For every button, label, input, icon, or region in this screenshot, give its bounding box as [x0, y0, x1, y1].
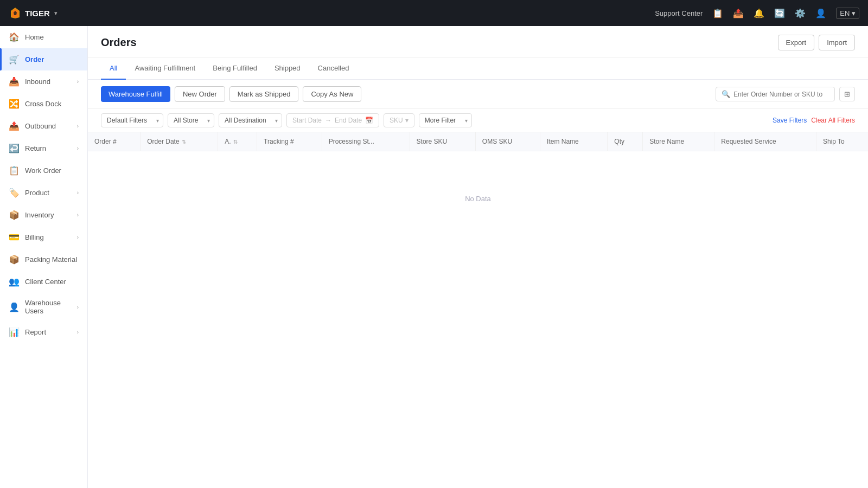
- export-button[interactable]: Export: [778, 35, 815, 50]
- tab-being-fulfilled[interactable]: Being Fulfilled: [204, 57, 266, 80]
- sidebar-item-inbound[interactable]: 📥Inbound›: [0, 70, 87, 93]
- client-center-icon: 👥: [9, 277, 20, 287]
- sidebar-item-home[interactable]: 🏠Home: [0, 26, 87, 48]
- sidebar-item-label-billing: Billing: [25, 233, 44, 241]
- import-button[interactable]: Import: [819, 35, 855, 50]
- date-range-filter[interactable]: Start Date → End Date 📅: [286, 113, 379, 127]
- sku-caret: ▾: [405, 117, 409, 124]
- all-store-wrap: All Store: [168, 113, 214, 127]
- sidebar-item-client-center[interactable]: 👥Client Center: [0, 271, 87, 293]
- th-ship-to: Ship To: [816, 132, 868, 151]
- table-wrap: Order #Order Date ⇅A. ⇅Tracking #Process…: [88, 132, 868, 488]
- sidebar-item-cross-dock[interactable]: 🔀Cross Dock: [0, 93, 87, 115]
- sidebar-item-label-order: Order: [25, 55, 44, 63]
- inbound-icon: 📥: [9, 76, 20, 87]
- actions-bar: Warehouse Fulfill New Order Mark as Ship…: [88, 80, 868, 109]
- sidebar-item-warehouse-users[interactable]: 👤Warehouse Users›: [0, 293, 87, 321]
- table-config-button[interactable]: ⊞: [839, 87, 855, 101]
- warehouse-users-icon: 👤: [9, 302, 20, 312]
- sidebar-item-inventory[interactable]: 📦Inventory›: [0, 204, 87, 226]
- sidebar-item-label-warehouse-users: Warehouse Users: [25, 299, 72, 315]
- search-icon: 🔍: [722, 90, 730, 98]
- app-caret[interactable]: ▾: [54, 10, 58, 17]
- sidebar-item-billing[interactable]: 💳Billing›: [0, 226, 87, 248]
- th-requested-service: Requested Service: [714, 132, 816, 151]
- sidebar-item-work-order[interactable]: 📋Work Order: [0, 159, 87, 182]
- search-input[interactable]: [733, 91, 829, 98]
- sidebar: 🏠Home🛒Order📥Inbound›🔀Cross Dock📤Outbound…: [0, 26, 88, 488]
- sidebar-item-label-packing-material: Packing Material: [25, 255, 77, 264]
- default-filters-select[interactable]: Default Filters: [101, 113, 163, 127]
- return-chevron-icon: ›: [77, 145, 79, 151]
- table-body: No Data: [88, 151, 868, 247]
- sidebar-item-label-inbound: Inbound: [25, 78, 50, 86]
- billing-icon: 💳: [9, 232, 20, 242]
- sidebar-item-label-outbound: Outbound: [25, 122, 56, 130]
- sidebar-item-outbound[interactable]: 📤Outbound›: [0, 115, 87, 137]
- billing-chevron-icon: ›: [77, 234, 79, 240]
- top-nav-right: Support Center 📋 📤 🔔 🔄 ⚙️ 👤 EN ▾: [655, 8, 859, 19]
- notification-icon[interactable]: 🔔: [754, 8, 764, 18]
- start-date-label: Start Date: [292, 117, 322, 124]
- support-center-link[interactable]: Support Center: [655, 9, 703, 17]
- sku-filter-wrap: SKU ▾: [384, 113, 414, 127]
- sidebar-item-report[interactable]: 📊Report›: [0, 321, 87, 343]
- th-tracking: Tracking #: [257, 132, 322, 151]
- tab-shipped[interactable]: Shipped: [266, 57, 309, 80]
- outbound-chevron-icon: ›: [77, 123, 79, 129]
- th-store-name: Store Name: [643, 132, 714, 151]
- sidebar-item-label-work-order: Work Order: [25, 166, 61, 175]
- more-filter-wrap: More Filter: [419, 113, 472, 127]
- cross-dock-icon: 🔀: [9, 99, 20, 109]
- warehouse-fulfill-button[interactable]: Warehouse Fulfill: [101, 86, 170, 102]
- user-icon[interactable]: 👤: [815, 8, 826, 18]
- return-icon: ↩️: [9, 143, 20, 153]
- th-order-num: Order #: [88, 132, 141, 151]
- settings-icon[interactable]: ⚙️: [795, 8, 806, 18]
- inventory-icon: 📦: [9, 210, 20, 220]
- sidebar-item-packing-material[interactable]: 📦Packing Material: [0, 248, 87, 271]
- inbound-chevron-icon: ›: [77, 79, 79, 85]
- sidebar-item-label-report: Report: [25, 328, 46, 336]
- sidebar-item-return[interactable]: ↩️Return›: [0, 137, 87, 159]
- th-order-date[interactable]: Order Date ⇅: [141, 132, 218, 151]
- language-selector[interactable]: EN ▾: [836, 8, 859, 19]
- mark-as-shipped-button[interactable]: Mark as Shipped: [229, 86, 299, 102]
- th-a[interactable]: A. ⇅: [218, 132, 257, 151]
- tab-cancelled[interactable]: Cancelled: [309, 57, 358, 80]
- home-icon: 🏠: [9, 32, 20, 42]
- product-icon: 🏷️: [9, 188, 20, 198]
- header-actions: Export Import: [778, 35, 855, 50]
- sku-label: SKU: [390, 117, 403, 124]
- sidebar-item-product[interactable]: 🏷️Product›: [0, 182, 87, 204]
- clear-all-filters-button[interactable]: Clear All Filters: [811, 117, 855, 124]
- search-input-wrap: 🔍: [716, 87, 835, 101]
- refresh-icon[interactable]: 🔄: [774, 8, 785, 18]
- tab-all[interactable]: All: [101, 57, 126, 80]
- sidebar-item-label-product: Product: [25, 189, 49, 197]
- work-order-icon: 📋: [9, 165, 20, 176]
- save-filters-button[interactable]: Save Filters: [773, 117, 807, 124]
- date-arrow: →: [325, 117, 331, 124]
- tiger-logo-icon: [9, 7, 22, 20]
- end-date-label: End Date: [335, 117, 362, 124]
- inventory-chevron-icon: ›: [77, 212, 79, 218]
- all-store-select[interactable]: All Store: [168, 113, 214, 127]
- top-nav-left: TIGER ▾: [9, 7, 58, 20]
- sidebar-item-label-home: Home: [25, 33, 44, 41]
- sidebar-item-order[interactable]: 🛒Order: [0, 48, 87, 70]
- copy-as-new-button[interactable]: Copy As New: [303, 86, 361, 102]
- tab-awaiting[interactable]: Awaiting Fulfillment: [126, 57, 204, 80]
- export-icon[interactable]: 📤: [733, 8, 744, 18]
- page-header: Orders Export Import: [88, 26, 868, 57]
- th-item-name: Item Name: [540, 132, 608, 151]
- more-filter-select[interactable]: More Filter: [419, 113, 472, 127]
- packing-material-icon: 📦: [9, 254, 20, 265]
- all-destination-select[interactable]: All Destination: [219, 113, 282, 127]
- calendar-icon: 📅: [365, 117, 373, 124]
- tabs-bar: AllAwaiting FulfillmentBeing FulfilledSh…: [88, 57, 868, 80]
- new-order-button[interactable]: New Order: [175, 86, 225, 102]
- top-nav: TIGER ▾ Support Center 📋 📤 🔔 🔄 ⚙️ 👤 EN ▾: [0, 0, 868, 26]
- table-header-row: Order #Order Date ⇅A. ⇅Tracking #Process…: [88, 132, 868, 151]
- clipboard-icon[interactable]: 📋: [712, 8, 723, 18]
